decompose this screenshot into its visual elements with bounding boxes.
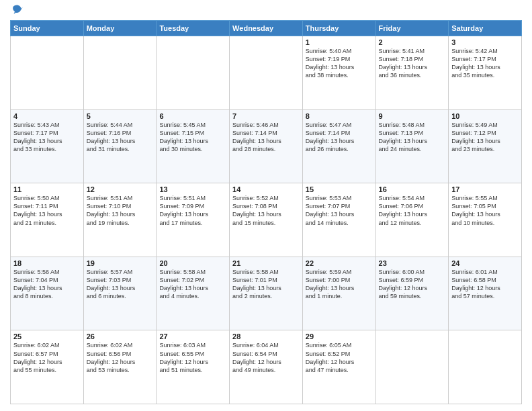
- day-info: Sunrise: 5:49 AM Sunset: 7:12 PM Dayligh…: [451, 121, 519, 154]
- day-info: Sunrise: 5:50 AM Sunset: 7:11 PM Dayligh…: [13, 194, 81, 227]
- calendar-week-row: 4Sunrise: 5:43 AM Sunset: 7:17 PM Daylig…: [11, 109, 522, 183]
- calendar-header-saturday: Saturday: [449, 21, 522, 36]
- day-number: 20: [159, 259, 226, 267]
- calendar-cell: 5Sunrise: 5:44 AM Sunset: 7:16 PM Daylig…: [83, 109, 157, 183]
- calendar-week-row: 11Sunrise: 5:50 AM Sunset: 7:11 PM Dayli…: [11, 183, 522, 257]
- day-number: 7: [232, 112, 300, 120]
- calendar-cell: 9Sunrise: 5:48 AM Sunset: 7:13 PM Daylig…: [375, 109, 449, 183]
- day-number: 10: [451, 112, 519, 120]
- day-info: Sunrise: 5:55 AM Sunset: 7:05 PM Dayligh…: [451, 194, 519, 227]
- calendar-header-row: SundayMondayTuesdayWednesdayThursdayFrid…: [11, 21, 522, 36]
- calendar-cell: 20Sunrise: 5:58 AM Sunset: 7:02 PM Dayli…: [157, 257, 230, 330]
- day-info: Sunrise: 6:03 AM Sunset: 6:55 PM Dayligh…: [159, 341, 226, 374]
- day-number: 19: [87, 259, 154, 267]
- day-info: Sunrise: 5:43 AM Sunset: 7:17 PM Dayligh…: [13, 121, 81, 154]
- calendar-cell: [83, 36, 157, 110]
- calendar-cell: [375, 330, 449, 404]
- day-info: Sunrise: 5:42 AM Sunset: 7:17 PM Dayligh…: [451, 47, 519, 80]
- day-info: Sunrise: 5:47 AM Sunset: 7:14 PM Dayligh…: [306, 121, 373, 154]
- day-info: Sunrise: 5:54 AM Sunset: 7:06 PM Dayligh…: [379, 194, 446, 227]
- day-number: 29: [306, 332, 373, 340]
- day-number: 4: [13, 112, 81, 120]
- day-number: 13: [159, 185, 226, 193]
- calendar-header-wednesday: Wednesday: [230, 21, 303, 36]
- day-number: 1: [306, 38, 373, 46]
- day-number: 5: [87, 112, 154, 120]
- day-info: Sunrise: 5:58 AM Sunset: 7:02 PM Dayligh…: [159, 268, 226, 301]
- calendar-cell: 8Sunrise: 5:47 AM Sunset: 7:14 PM Daylig…: [302, 109, 375, 183]
- day-number: 25: [13, 332, 81, 340]
- day-info: Sunrise: 6:00 AM Sunset: 6:59 PM Dayligh…: [379, 268, 446, 301]
- day-number: 22: [306, 259, 373, 267]
- calendar-cell: 22Sunrise: 5:59 AM Sunset: 7:00 PM Dayli…: [302, 257, 375, 330]
- day-info: Sunrise: 5:53 AM Sunset: 7:07 PM Dayligh…: [306, 194, 373, 227]
- calendar-cell: 3Sunrise: 5:42 AM Sunset: 7:17 PM Daylig…: [449, 36, 522, 110]
- day-info: Sunrise: 5:40 AM Sunset: 7:19 PM Dayligh…: [306, 47, 373, 80]
- day-number: 12: [87, 185, 154, 193]
- calendar-cell: 25Sunrise: 6:02 AM Sunset: 6:57 PM Dayli…: [11, 330, 84, 404]
- day-number: 15: [306, 185, 373, 193]
- calendar-cell: 6Sunrise: 5:45 AM Sunset: 7:15 PM Daylig…: [157, 109, 230, 183]
- calendar-cell: 10Sunrise: 5:49 AM Sunset: 7:12 PM Dayli…: [449, 109, 522, 183]
- calendar-cell: 1Sunrise: 5:40 AM Sunset: 7:19 PM Daylig…: [302, 36, 375, 110]
- calendar-cell: 24Sunrise: 6:01 AM Sunset: 6:58 PM Dayli…: [449, 257, 522, 330]
- day-number: 6: [159, 112, 226, 120]
- day-info: Sunrise: 5:59 AM Sunset: 7:00 PM Dayligh…: [306, 268, 373, 301]
- calendar-cell: 19Sunrise: 5:57 AM Sunset: 7:03 PM Dayli…: [83, 257, 157, 330]
- header: [10, 7, 522, 16]
- calendar-cell: 2Sunrise: 5:41 AM Sunset: 7:18 PM Daylig…: [375, 36, 449, 110]
- calendar-header-sunday: Sunday: [11, 21, 84, 36]
- calendar-cell: [230, 36, 303, 110]
- day-number: 8: [306, 112, 373, 120]
- calendar-cell: 21Sunrise: 5:58 AM Sunset: 7:01 PM Dayli…: [230, 257, 303, 330]
- calendar-cell: 17Sunrise: 5:55 AM Sunset: 7:05 PM Dayli…: [449, 183, 522, 257]
- calendar-cell: 16Sunrise: 5:54 AM Sunset: 7:06 PM Dayli…: [375, 183, 449, 257]
- day-number: 26: [87, 332, 154, 340]
- day-info: Sunrise: 6:02 AM Sunset: 6:57 PM Dayligh…: [13, 341, 81, 374]
- day-info: Sunrise: 6:05 AM Sunset: 6:52 PM Dayligh…: [306, 341, 373, 374]
- day-info: Sunrise: 5:51 AM Sunset: 7:10 PM Dayligh…: [87, 194, 154, 227]
- calendar-cell: [157, 36, 230, 110]
- day-number: 16: [379, 185, 446, 193]
- calendar-cell: 7Sunrise: 5:46 AM Sunset: 7:14 PM Daylig…: [230, 109, 303, 183]
- calendar-cell: 27Sunrise: 6:03 AM Sunset: 6:55 PM Dayli…: [157, 330, 230, 404]
- day-info: Sunrise: 5:56 AM Sunset: 7:04 PM Dayligh…: [13, 268, 81, 301]
- calendar-cell: 29Sunrise: 6:05 AM Sunset: 6:52 PM Dayli…: [302, 330, 375, 404]
- calendar-cell: [449, 330, 522, 404]
- day-info: Sunrise: 5:41 AM Sunset: 7:18 PM Dayligh…: [379, 47, 446, 80]
- calendar-cell: [11, 36, 84, 110]
- calendar-cell: 12Sunrise: 5:51 AM Sunset: 7:10 PM Dayli…: [83, 183, 157, 257]
- calendar-cell: 15Sunrise: 5:53 AM Sunset: 7:07 PM Dayli…: [302, 183, 375, 257]
- calendar-week-row: 18Sunrise: 5:56 AM Sunset: 7:04 PM Dayli…: [11, 257, 522, 330]
- calendar-week-row: 25Sunrise: 6:02 AM Sunset: 6:57 PM Dayli…: [11, 330, 522, 404]
- day-number: 28: [232, 332, 300, 340]
- day-info: Sunrise: 5:58 AM Sunset: 7:01 PM Dayligh…: [232, 268, 300, 301]
- day-number: 2: [379, 38, 446, 46]
- day-number: 18: [13, 259, 81, 267]
- day-number: 24: [451, 259, 519, 267]
- day-info: Sunrise: 5:57 AM Sunset: 7:03 PM Dayligh…: [87, 268, 154, 301]
- logo-bird-icon: [11, 4, 23, 16]
- day-info: Sunrise: 5:44 AM Sunset: 7:16 PM Dayligh…: [87, 121, 154, 154]
- day-info: Sunrise: 6:01 AM Sunset: 6:58 PM Dayligh…: [451, 268, 519, 301]
- day-number: 21: [232, 259, 300, 267]
- calendar-cell: 18Sunrise: 5:56 AM Sunset: 7:04 PM Dayli…: [11, 257, 84, 330]
- day-number: 27: [159, 332, 226, 340]
- calendar-header-friday: Friday: [375, 21, 449, 36]
- calendar-cell: 4Sunrise: 5:43 AM Sunset: 7:17 PM Daylig…: [11, 109, 84, 183]
- page: SundayMondayTuesdayWednesdayThursdayFrid…: [0, 0, 532, 411]
- calendar-cell: 13Sunrise: 5:51 AM Sunset: 7:09 PM Dayli…: [157, 183, 230, 257]
- day-number: 3: [451, 38, 519, 46]
- calendar-header-tuesday: Tuesday: [157, 21, 230, 36]
- calendar-cell: 28Sunrise: 6:04 AM Sunset: 6:54 PM Dayli…: [230, 330, 303, 404]
- calendar-header-thursday: Thursday: [302, 21, 375, 36]
- day-info: Sunrise: 5:48 AM Sunset: 7:13 PM Dayligh…: [379, 121, 446, 154]
- day-info: Sunrise: 5:45 AM Sunset: 7:15 PM Dayligh…: [159, 121, 226, 154]
- day-info: Sunrise: 6:04 AM Sunset: 6:54 PM Dayligh…: [232, 341, 300, 374]
- day-number: 9: [379, 112, 446, 120]
- calendar: SundayMondayTuesdayWednesdayThursdayFrid…: [10, 20, 522, 404]
- day-info: Sunrise: 6:02 AM Sunset: 6:56 PM Dayligh…: [87, 341, 154, 374]
- day-number: 23: [379, 259, 446, 267]
- day-info: Sunrise: 5:46 AM Sunset: 7:14 PM Dayligh…: [232, 121, 300, 154]
- calendar-week-row: 1Sunrise: 5:40 AM Sunset: 7:19 PM Daylig…: [11, 36, 522, 110]
